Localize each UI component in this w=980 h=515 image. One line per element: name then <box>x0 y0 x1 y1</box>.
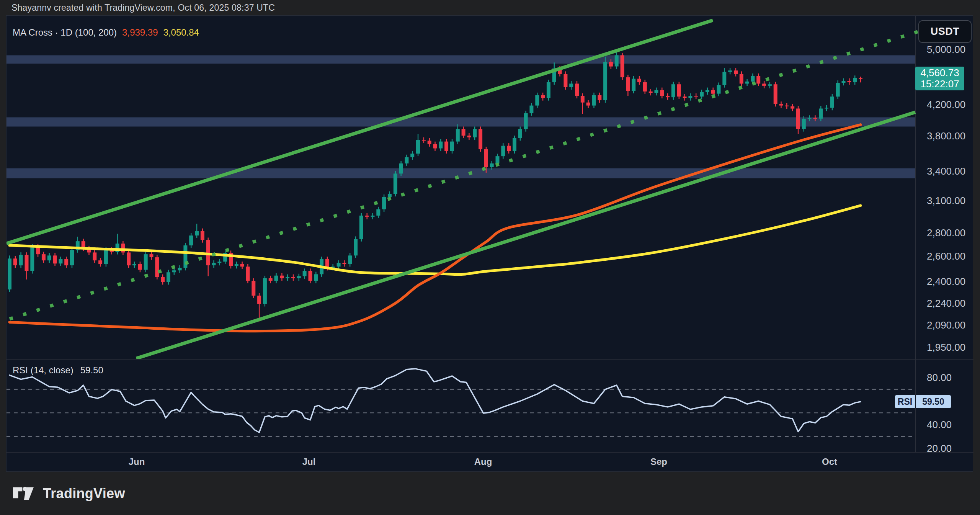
bar-countdown: 15:22:07 <box>915 78 964 90</box>
rsi-legend-value: 59.50 <box>80 365 103 376</box>
price-tick-label: 2,600.00 <box>915 251 973 262</box>
ma-cross-legend[interactable]: MA Cross · 1D (100, 200) 3,939.39 3,050.… <box>13 27 199 38</box>
tradingview-logo-icon[interactable] <box>13 485 37 502</box>
time-tick-aug: Aug <box>474 452 492 472</box>
rsi-value-badge: RSI 59.50 <box>895 395 951 408</box>
rsi-tick-label: 40.00 <box>915 419 973 430</box>
price-tick-label: 5,000.00 <box>915 44 973 55</box>
price-tick-label: 3,400.00 <box>915 166 973 177</box>
last-price-badge: 4,560.73 15:22:07 <box>915 67 964 90</box>
time-tick-jun: Jun <box>129 452 145 472</box>
rsi-badge-label: RSI <box>895 395 916 408</box>
rsi-tick-label: 80.00 <box>915 372 973 383</box>
watermark-credit: Shayannv created with TradingView.com, O… <box>0 0 980 15</box>
time-axis[interactable]: JunJulAugSepOct <box>7 452 915 472</box>
price-tick-label: 4,200.00 <box>915 99 973 110</box>
time-tick-sep: Sep <box>650 452 667 472</box>
ma200-value: 3,050.84 <box>163 27 199 38</box>
last-price-value: 4,560.73 <box>915 67 964 78</box>
price-tick-label: 3,100.00 <box>915 195 973 206</box>
footer-bar: TradingView <box>0 472 980 515</box>
rsi-legend-title: RSI (14, close) <box>13 365 74 376</box>
rsi-pane-canvas[interactable] <box>7 359 915 452</box>
price-tick-label: 2,240.00 <box>915 298 973 309</box>
time-tick-oct: Oct <box>822 452 837 472</box>
time-axis-divider <box>7 452 973 453</box>
price-pane-canvas[interactable] <box>7 16 973 359</box>
currency-toggle-button[interactable]: USDT <box>918 20 972 43</box>
ma-cross-legend-title: MA Cross · 1D (100, 200) <box>13 27 117 38</box>
time-tick-jul: Jul <box>302 452 316 472</box>
price-tick-label: 3,800.00 <box>915 131 973 141</box>
pane-divider[interactable] <box>7 359 973 360</box>
price-tick-label: 2,400.00 <box>915 276 973 287</box>
rsi-legend[interactable]: RSI (14, close) 59.50 <box>13 365 103 376</box>
ma100-value: 3,939.39 <box>122 27 158 38</box>
tradingview-logo-text[interactable]: TradingView <box>43 486 125 502</box>
price-tick-label: 1,950.00 <box>915 342 973 353</box>
chart-panel: MA Cross · 1D (100, 200) 3,939.39 3,050.… <box>6 15 973 472</box>
rsi-badge-value: 59.50 <box>916 395 951 408</box>
price-tick-label: 2,800.00 <box>915 227 973 238</box>
price-tick-label: 2,090.00 <box>915 320 973 330</box>
